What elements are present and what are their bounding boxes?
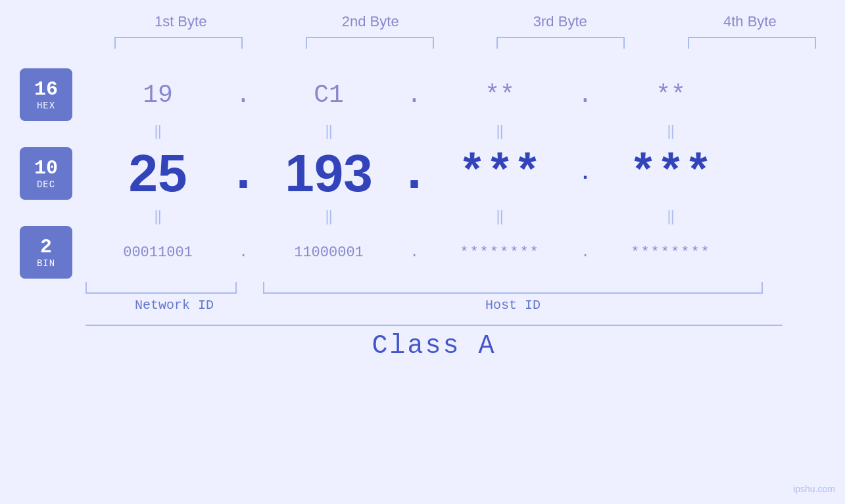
hex-b1: 19 xyxy=(85,81,230,109)
eq1-b3: ‖ xyxy=(427,122,572,140)
network-host-labels: Network ID Host ID xyxy=(85,298,845,313)
bracket-byte1 xyxy=(114,37,243,49)
dec-b1: 25 xyxy=(85,143,230,204)
bin-sep1: . xyxy=(230,244,256,261)
badges-column: 16 HEX 10 DEC 2 BIN xyxy=(0,68,85,279)
hex-sep3: . xyxy=(572,81,598,109)
bracket-byte3 xyxy=(496,37,625,49)
dec-b2: 193 xyxy=(256,143,401,204)
hex-badge-label: HEX xyxy=(37,101,55,111)
eq-row-1: ‖ ‖ ‖ ‖ xyxy=(85,121,845,141)
eq2-b3: ‖ xyxy=(427,208,572,225)
dec-badge-label: DEC xyxy=(37,179,55,190)
hex-b2: C1 xyxy=(256,81,401,109)
bin-b3: ******** xyxy=(427,244,572,261)
host-id-label: Host ID xyxy=(263,298,763,313)
network-bracket xyxy=(85,282,237,294)
hex-badge: 16 HEX xyxy=(20,68,72,121)
dec-badge-num: 10 xyxy=(34,158,58,179)
bin-sep3: . xyxy=(572,244,598,261)
bin-sep2: . xyxy=(401,244,427,261)
eq1-b1: ‖ xyxy=(85,122,230,140)
dec-sep3: . xyxy=(572,162,598,185)
byte4-header: 4th Byte xyxy=(677,13,822,30)
byte1-header: 1st Byte xyxy=(109,13,253,30)
class-bracket-line xyxy=(85,325,783,326)
hex-sep2: . xyxy=(401,81,427,109)
eq2-b2: ‖ xyxy=(256,208,401,225)
hex-sep1: . xyxy=(230,81,256,109)
eq2-b1: ‖ xyxy=(85,208,230,225)
network-id-label: Network ID xyxy=(85,298,263,313)
bracket-byte2 xyxy=(306,37,434,49)
rows-container: 19 . C1 . ** . ** xyxy=(85,68,845,361)
hex-badge-num: 16 xyxy=(34,79,58,101)
byte-headers: 1st Byte 2nd Byte 3rd Byte 4th Byte xyxy=(104,13,827,30)
hex-data-row: 19 . C1 . ** . ** xyxy=(85,68,845,121)
bin-b2: 11000001 xyxy=(256,244,401,261)
bin-badge-label: BIN xyxy=(37,258,55,269)
eq-row-2: ‖ ‖ ‖ ‖ xyxy=(85,206,845,226)
watermark: ipshu.com xyxy=(793,484,835,494)
dec-b4: *** xyxy=(598,148,743,200)
eq1-b2: ‖ xyxy=(256,122,401,140)
bin-badge: 2 BIN xyxy=(20,226,72,279)
class-label: Class A xyxy=(85,331,783,361)
dec-sep2: . xyxy=(401,144,427,204)
byte3-header: 3rd Byte xyxy=(488,13,633,30)
class-section: Class A xyxy=(85,325,845,361)
eq2-b4: ‖ xyxy=(598,208,743,225)
bin-b1: 00011001 xyxy=(85,244,230,261)
dec-sep1: . xyxy=(230,144,256,204)
host-bracket xyxy=(263,282,763,294)
bracket-byte4 xyxy=(688,37,816,49)
eq1-b4: ‖ xyxy=(598,122,743,140)
top-bracket-row xyxy=(104,37,827,49)
dec-data-row: 25 . 193 . *** . *** xyxy=(85,141,845,206)
bin-data-row: 00011001 . 11000001 . ******** . xyxy=(85,226,845,279)
main-container: 1st Byte 2nd Byte 3rd Byte 4th Byte 16 H… xyxy=(0,0,845,504)
byte2-header: 2nd Byte xyxy=(298,13,443,30)
hex-b3: ** xyxy=(427,81,572,109)
bin-b4: ******** xyxy=(598,244,743,261)
dec-badge: 10 DEC xyxy=(20,147,72,200)
bottom-bracket-row xyxy=(85,282,845,294)
bin-badge-num: 2 xyxy=(40,237,52,258)
hex-b4: ** xyxy=(598,81,743,109)
dec-b3: *** xyxy=(427,148,572,200)
